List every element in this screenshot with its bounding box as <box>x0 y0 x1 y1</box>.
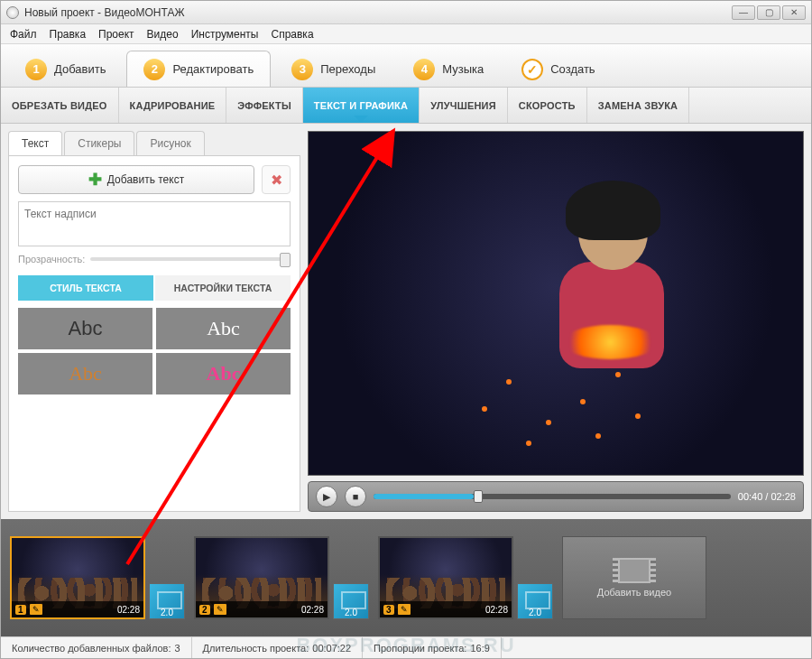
text-style-preset[interactable]: Abc <box>18 308 152 349</box>
step-3-icon: 3 <box>291 59 313 80</box>
menu-project[interactable]: Проект <box>98 28 134 41</box>
tool-text-graphics[interactable]: ТЕКСТ И ГРАФИКА <box>303 88 420 123</box>
transition-slot[interactable]: 2.0 <box>517 583 553 619</box>
preview-panel: ▶ ■ 00:40 / 02:28 <box>308 124 811 519</box>
stop-button[interactable]: ■ <box>345 486 366 507</box>
seek-fill <box>374 494 474 499</box>
player-controls: ▶ ■ 00:40 / 02:28 <box>308 481 804 512</box>
tool-crop[interactable]: КАДРИРОВАНИЕ <box>119 88 227 123</box>
tool-speed[interactable]: СКОРОСТЬ <box>508 88 587 123</box>
text-panel: ✚Добавить текст ✖ Прозрачность: СТИЛЬ ТЕ… <box>8 155 300 512</box>
window-title: Новый проект - ВидеоМОНТАЖ <box>24 6 185 19</box>
tab-add[interactable]: 1Добавить <box>8 51 123 87</box>
app-window: Новый проект - ВидеоМОНТАЖ — ▢ ✕ Файл Пр… <box>0 0 812 659</box>
subtabs: Текст Стикеры Рисунок <box>8 131 300 155</box>
close-button[interactable]: ✕ <box>782 5 806 20</box>
seek-knob[interactable] <box>474 490 483 503</box>
tab-edit[interactable]: 2Редактировать <box>126 51 271 87</box>
caption-input[interactable] <box>18 201 291 246</box>
styletab-settings[interactable]: НАСТРОЙКИ ТЕКСТА <box>155 275 291 301</box>
style-tabs: СТИЛЬ ТЕКСТА НАСТРОЙКИ ТЕКСТА <box>18 275 291 301</box>
workflow-tabs: 1Добавить 2Редактировать 3Переходы 4Музы… <box>1 44 811 88</box>
delete-text-button[interactable]: ✖ <box>262 165 291 194</box>
timeline-clip[interactable]: 1✎02:28 <box>10 536 145 619</box>
clip-number: 1 <box>15 605 26 615</box>
status-file-count: Количество добавленных файлов: 3 <box>1 637 192 658</box>
menubar: Файл Правка Проект Видео Инструменты Спр… <box>1 24 811 44</box>
subtab-stickers[interactable]: Стикеры <box>64 131 134 155</box>
statusbar: Количество добавленных файлов: 3 Длитель… <box>1 636 811 658</box>
tool-trim[interactable]: ОБРЕЗАТЬ ВИДЕО <box>1 88 119 123</box>
tab-transitions[interactable]: 3Переходы <box>274 51 392 87</box>
clip-duration: 02:28 <box>485 605 508 615</box>
step-4-icon: 4 <box>413 59 435 80</box>
transition-slot[interactable]: 2.0 <box>149 583 185 619</box>
plus-icon: ✚ <box>88 170 102 190</box>
tab-create[interactable]: ✓Создать <box>504 51 612 87</box>
left-panel: Текст Стикеры Рисунок ✚Добавить текст ✖ … <box>1 124 308 519</box>
seek-bar[interactable] <box>374 494 731 499</box>
timeline-clip[interactable]: 3✎02:28 <box>378 536 513 619</box>
style-grid: Abc Abc Abc Abc <box>18 308 291 394</box>
play-button[interactable]: ▶ <box>316 486 337 507</box>
text-style-preset[interactable]: Abc <box>156 353 291 394</box>
edit-toolbar: ОБРЕЗАТЬ ВИДЕО КАДРИРОВАНИЕ ЭФФЕКТЫ ТЕКС… <box>1 88 811 124</box>
pencil-icon[interactable]: ✎ <box>214 604 226 615</box>
maximize-button[interactable]: ▢ <box>757 5 780 20</box>
menu-edit[interactable]: Правка <box>50 28 87 41</box>
check-icon: ✓ <box>521 59 543 80</box>
menu-help[interactable]: Справка <box>271 28 313 41</box>
text-style-preset[interactable]: Abc <box>18 353 152 394</box>
clip-number: 2 <box>199 605 210 615</box>
add-video-button[interactable]: Добавить видео <box>562 536 706 619</box>
pencil-icon[interactable]: ✎ <box>398 604 411 615</box>
content-area: Текст Стикеры Рисунок ✚Добавить текст ✖ … <box>1 124 811 519</box>
timeline: 1✎02:28 2.0 2✎02:28 2.0 3✎02:28 2.0 Доба… <box>1 519 811 636</box>
tab-music[interactable]: 4Музыка <box>396 51 501 87</box>
menu-file[interactable]: Файл <box>10 28 37 41</box>
opacity-label: Прозрачность: <box>18 254 85 265</box>
styletab-style[interactable]: СТИЛЬ ТЕКСТА <box>18 275 153 301</box>
tool-effects[interactable]: ЭФФЕКТЫ <box>226 88 303 123</box>
video-preview <box>308 131 804 476</box>
step-2-icon: 2 <box>143 59 165 80</box>
clip-duration: 02:28 <box>301 605 324 615</box>
subtab-text[interactable]: Текст <box>8 131 62 155</box>
status-duration: Длительность проекта: 00:07:22 <box>192 637 364 658</box>
time-display: 00:40 / 02:28 <box>738 491 796 502</box>
app-icon <box>6 6 19 19</box>
status-aspect: Пропорции проекта: 16:9 <box>363 637 502 658</box>
minimize-button[interactable]: — <box>732 5 755 20</box>
timeline-clip[interactable]: 2✎02:28 <box>194 536 329 619</box>
tool-audio-replace[interactable]: ЗАМЕНА ЗВУКА <box>587 88 690 123</box>
tool-enhance[interactable]: УЛУЧШЕНИЯ <box>420 88 508 123</box>
film-icon <box>618 558 651 583</box>
step-1-icon: 1 <box>25 59 47 80</box>
transition-slot[interactable]: 2.0 <box>333 583 369 619</box>
subtab-drawing[interactable]: Рисунок <box>136 131 204 155</box>
opacity-row: Прозрачность: <box>18 254 291 265</box>
titlebar: Новый проект - ВидеоМОНТАЖ — ▢ ✕ <box>1 1 811 24</box>
menu-video[interactable]: Видео <box>147 28 179 41</box>
delete-icon: ✖ <box>271 172 282 189</box>
text-style-preset[interactable]: Abc <box>156 308 291 349</box>
menu-tools[interactable]: Инструменты <box>191 28 259 41</box>
clip-number: 3 <box>383 605 394 615</box>
pencil-icon[interactable]: ✎ <box>30 604 42 615</box>
opacity-slider[interactable] <box>90 257 291 261</box>
clip-duration: 02:28 <box>117 605 140 615</box>
add-text-button[interactable]: ✚Добавить текст <box>18 165 254 194</box>
